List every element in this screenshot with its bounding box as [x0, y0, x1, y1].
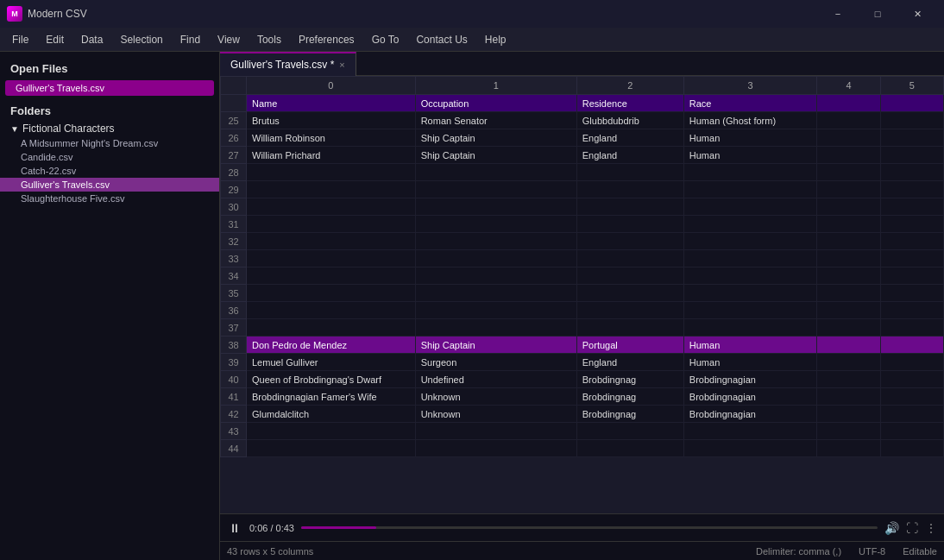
cell-r7-c5[interactable]	[880, 233, 943, 250]
header-cell-2[interactable]: Residence	[576, 95, 683, 112]
menu-item-find[interactable]: Find	[172, 30, 209, 49]
cell-r19-c3[interactable]	[683, 440, 817, 457]
sidebar-file-item-4[interactable]: Slaughterhouse Five.csv	[0, 192, 219, 205]
col-header-0[interactable]: 0	[247, 77, 416, 95]
cell-r15-c0[interactable]: Queen of Brobdingnag's Dwarf	[247, 371, 416, 388]
cell-r18-c3[interactable]	[683, 423, 817, 440]
cell-r9-c3[interactable]	[683, 267, 817, 285]
cell-r10-c0[interactable]	[247, 285, 416, 302]
cell-r19-c2[interactable]	[576, 440, 683, 457]
cell-r2-c1[interactable]: Ship Captain	[415, 147, 576, 164]
cell-r16-c4[interactable]	[817, 388, 880, 406]
cell-r10-c1[interactable]	[415, 285, 576, 302]
menu-item-tools[interactable]: Tools	[249, 30, 290, 49]
cell-r11-c5[interactable]	[880, 302, 943, 319]
header-cell-1[interactable]: Occupation	[415, 95, 576, 112]
menu-item-contact-us[interactable]: Contact Us	[407, 30, 475, 49]
fullscreen-icon[interactable]: ⛶	[906, 521, 918, 535]
cell-r13-c5[interactable]	[880, 337, 943, 354]
cell-r12-c2[interactable]	[576, 319, 683, 337]
cell-r3-c4[interactable]	[817, 164, 880, 181]
cell-r0-c2[interactable]: Glubbdubdrib	[576, 112, 683, 129]
cell-r1-c4[interactable]	[817, 129, 880, 147]
cell-r1-c2[interactable]: England	[576, 129, 683, 147]
cell-r13-c1[interactable]: Ship Captain	[415, 337, 576, 354]
menu-item-file[interactable]: File	[3, 30, 37, 49]
cell-r17-c3[interactable]: Brobdingnagian	[683, 406, 817, 423]
cell-r17-c4[interactable]	[817, 406, 880, 423]
tab-close-button[interactable]: ×	[339, 60, 344, 70]
cell-r18-c4[interactable]	[817, 423, 880, 440]
cell-r8-c0[interactable]	[247, 250, 416, 267]
cell-r0-c3[interactable]: Human (Ghost form)	[683, 112, 817, 129]
col-header-4[interactable]: 4	[817, 77, 880, 95]
col-header-2[interactable]: 2	[576, 77, 683, 95]
cell-r6-c2[interactable]	[576, 216, 683, 233]
cell-r4-c4[interactable]	[817, 181, 880, 198]
cell-r3-c0[interactable]	[247, 164, 416, 181]
cell-r9-c5[interactable]	[880, 267, 943, 285]
cell-r19-c5[interactable]	[880, 440, 943, 457]
cell-r7-c3[interactable]	[683, 233, 817, 250]
cell-r10-c3[interactable]	[683, 285, 817, 302]
cell-r6-c5[interactable]	[880, 216, 943, 233]
cell-r14-c3[interactable]: Human	[683, 354, 817, 371]
menu-item-help[interactable]: Help	[476, 30, 515, 49]
menu-item-go-to[interactable]: Go To	[363, 30, 408, 49]
col-header-3[interactable]: 3	[683, 77, 817, 95]
cell-r18-c5[interactable]	[880, 423, 943, 440]
cell-r17-c0[interactable]: Glumdalclitch	[247, 406, 416, 423]
cell-r6-c3[interactable]	[683, 216, 817, 233]
cell-r12-c5[interactable]	[880, 319, 943, 337]
cell-r0-c1[interactable]: Roman Senator	[415, 112, 576, 129]
cell-r12-c4[interactable]	[817, 319, 880, 337]
cell-r9-c1[interactable]	[415, 267, 576, 285]
cell-r5-c4[interactable]	[817, 198, 880, 216]
cell-r15-c3[interactable]: Brobdingnagian	[683, 371, 817, 388]
cell-r1-c0[interactable]: William Robinson	[247, 129, 416, 147]
cell-r3-c1[interactable]	[415, 164, 576, 181]
cell-r11-c3[interactable]	[683, 302, 817, 319]
cell-r6-c0[interactable]	[247, 216, 416, 233]
header-cell-0[interactable]: Name	[247, 95, 416, 112]
cell-r6-c1[interactable]	[415, 216, 576, 233]
cell-r5-c2[interactable]	[576, 198, 683, 216]
more-options-icon[interactable]: ⋮	[925, 521, 937, 535]
cell-r13-c4[interactable]	[817, 337, 880, 354]
cell-r7-c4[interactable]	[817, 233, 880, 250]
cell-r5-c0[interactable]	[247, 198, 416, 216]
cell-r13-c0[interactable]: Don Pedro de Mendez	[247, 337, 416, 354]
cell-r10-c2[interactable]	[576, 285, 683, 302]
cell-r16-c3[interactable]: Brobdingnagian	[683, 388, 817, 406]
cell-r17-c5[interactable]	[880, 406, 943, 423]
cell-r19-c0[interactable]	[247, 440, 416, 457]
menu-item-data[interactable]: Data	[72, 30, 111, 49]
cell-r4-c5[interactable]	[880, 181, 943, 198]
cell-r15-c2[interactable]: Brobdingnag	[576, 371, 683, 388]
active-tab[interactable]: Gulliver's Travels.csv * ×	[220, 52, 356, 76]
cell-r15-c1[interactable]: Undefined	[415, 371, 576, 388]
cell-r0-c0[interactable]: Brutus	[247, 112, 416, 129]
cell-r0-c5[interactable]	[880, 112, 943, 129]
cell-r2-c0[interactable]: William Prichard	[247, 147, 416, 164]
cell-r3-c5[interactable]	[880, 164, 943, 181]
cell-r13-c3[interactable]: Human	[683, 337, 817, 354]
cell-r8-c3[interactable]	[683, 250, 817, 267]
cell-r2-c5[interactable]	[880, 147, 943, 164]
sidebar-file-item-2[interactable]: Catch-22.csv	[0, 164, 219, 178]
cell-r19-c4[interactable]	[817, 440, 880, 457]
header-cell-3[interactable]: Race	[683, 95, 817, 112]
cell-r1-c1[interactable]: Ship Captain	[415, 129, 576, 147]
cell-r4-c0[interactable]	[247, 181, 416, 198]
play-pause-button[interactable]: ⏸	[227, 519, 242, 537]
cell-r1-c3[interactable]: Human	[683, 129, 817, 147]
cell-r10-c5[interactable]	[880, 285, 943, 302]
header-cell-5[interactable]	[880, 95, 943, 112]
cell-r8-c5[interactable]	[880, 250, 943, 267]
sidebar-file-item-1[interactable]: Candide.csv	[0, 150, 219, 164]
cell-r8-c1[interactable]	[415, 250, 576, 267]
cell-r11-c2[interactable]	[576, 302, 683, 319]
cell-r14-c2[interactable]: England	[576, 354, 683, 371]
cell-r16-c1[interactable]: Unknown	[415, 388, 576, 406]
cell-r0-c4[interactable]	[817, 112, 880, 129]
